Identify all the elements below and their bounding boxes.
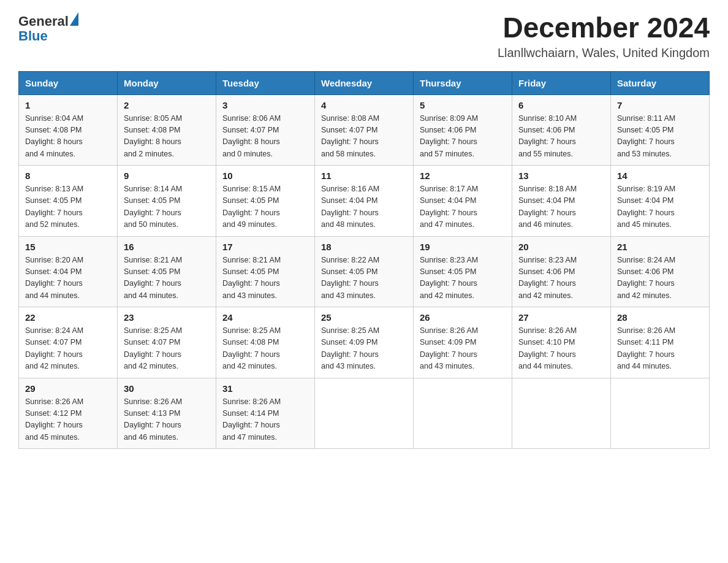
calendar-cell [611,378,710,449]
col-tuesday: Tuesday [216,71,315,94]
day-info: Sunrise: 8:20 AMSunset: 4:04 PMDaylight:… [25,255,111,302]
day-number: 26 [420,312,506,323]
calendar-cell [315,378,414,449]
calendar-cell: 19 Sunrise: 8:23 AMSunset: 4:05 PMDaylig… [414,236,512,307]
day-info: Sunrise: 8:25 AMSunset: 4:08 PMDaylight:… [222,325,308,373]
calendar-cell: 7 Sunrise: 8:11 AMSunset: 4:05 PMDayligh… [611,94,710,166]
day-number: 27 [518,312,604,323]
col-thursday: Thursday [414,71,512,94]
day-number: 30 [124,383,210,394]
day-info: Sunrise: 8:21 AMSunset: 4:05 PMDaylight:… [222,255,308,302]
day-number: 23 [124,312,210,323]
day-number: 3 [222,100,308,110]
calendar-cell: 2 Sunrise: 8:05 AMSunset: 4:08 PMDayligh… [118,94,216,166]
title-section: December 2024 Llanllwchaiarn, Wales, Uni… [498,12,710,60]
calendar-week-5: 29 Sunrise: 8:26 AMSunset: 4:12 PMDaylig… [19,378,710,449]
month-title: December 2024 [498,12,710,44]
day-number: 16 [124,242,210,252]
day-number: 11 [321,170,407,181]
calendar-header: Sunday Monday Tuesday Wednesday Thursday… [19,71,710,94]
calendar-cell: 11 Sunrise: 8:16 AMSunset: 4:04 PMDaylig… [315,166,414,237]
calendar-cell: 22 Sunrise: 8:24 AMSunset: 4:07 PMDaylig… [19,307,118,378]
calendar-cell [414,378,512,449]
day-info: Sunrise: 8:16 AMSunset: 4:04 PMDaylight:… [321,183,407,231]
location-text: Llanllwchaiarn, Wales, United Kingdom [498,46,710,60]
day-info: Sunrise: 8:25 AMSunset: 4:09 PMDaylight:… [321,325,407,373]
day-info: Sunrise: 8:25 AMSunset: 4:07 PMDaylight:… [124,325,210,373]
day-info: Sunrise: 8:04 AMSunset: 4:08 PMDaylight:… [25,113,111,161]
calendar-cell: 5 Sunrise: 8:09 AMSunset: 4:06 PMDayligh… [414,94,512,166]
day-number: 20 [518,242,604,252]
calendar-cell: 12 Sunrise: 8:17 AMSunset: 4:04 PMDaylig… [414,166,512,237]
calendar-cell: 1 Sunrise: 8:04 AMSunset: 4:08 PMDayligh… [19,94,118,166]
day-number: 1 [25,100,111,110]
day-info: Sunrise: 8:11 AMSunset: 4:05 PMDaylight:… [617,113,703,161]
day-number: 19 [420,242,506,252]
calendar-cell: 17 Sunrise: 8:21 AMSunset: 4:05 PMDaylig… [216,236,315,307]
day-info: Sunrise: 8:18 AMSunset: 4:04 PMDaylight:… [518,183,604,231]
day-number: 14 [617,170,703,181]
calendar-week-2: 8 Sunrise: 8:13 AMSunset: 4:05 PMDayligh… [19,166,710,237]
calendar-cell: 14 Sunrise: 8:19 AMSunset: 4:04 PMDaylig… [611,166,710,237]
day-number: 21 [617,242,703,252]
calendar-cell: 28 Sunrise: 8:26 AMSunset: 4:11 PMDaylig… [611,307,710,378]
calendar-table: Sunday Monday Tuesday Wednesday Thursday… [18,71,710,450]
calendar-cell: 20 Sunrise: 8:23 AMSunset: 4:06 PMDaylig… [512,236,611,307]
calendar-week-4: 22 Sunrise: 8:24 AMSunset: 4:07 PMDaylig… [19,307,710,378]
calendar-cell: 29 Sunrise: 8:26 AMSunset: 4:12 PMDaylig… [19,378,118,449]
day-number: 17 [222,242,308,252]
day-number: 15 [25,242,111,252]
calendar-cell: 13 Sunrise: 8:18 AMSunset: 4:04 PMDaylig… [512,166,611,237]
day-info: Sunrise: 8:09 AMSunset: 4:06 PMDaylight:… [420,113,506,161]
calendar-cell: 3 Sunrise: 8:06 AMSunset: 4:07 PMDayligh… [216,94,315,166]
day-info: Sunrise: 8:26 AMSunset: 4:13 PMDaylight:… [124,396,210,444]
day-info: Sunrise: 8:10 AMSunset: 4:06 PMDaylight:… [518,113,604,161]
day-info: Sunrise: 8:21 AMSunset: 4:05 PMDaylight:… [124,255,210,302]
col-sunday: Sunday [19,71,118,94]
col-saturday: Saturday [611,71,710,94]
day-number: 18 [321,242,407,252]
calendar-cell [512,378,611,449]
calendar-cell: 31 Sunrise: 8:26 AMSunset: 4:14 PMDaylig… [216,378,315,449]
day-number: 4 [321,100,407,110]
day-info: Sunrise: 8:06 AMSunset: 4:07 PMDaylight:… [222,113,308,161]
calendar-cell: 18 Sunrise: 8:22 AMSunset: 4:05 PMDaylig… [315,236,414,307]
day-number: 10 [222,170,308,181]
day-info: Sunrise: 8:26 AMSunset: 4:14 PMDaylight:… [222,396,308,444]
day-info: Sunrise: 8:24 AMSunset: 4:07 PMDaylight:… [25,325,111,373]
calendar-body: 1 Sunrise: 8:04 AMSunset: 4:08 PMDayligh… [19,94,710,449]
day-info: Sunrise: 8:08 AMSunset: 4:07 PMDaylight:… [321,113,407,161]
day-info: Sunrise: 8:15 AMSunset: 4:05 PMDaylight:… [222,183,308,231]
col-friday: Friday [512,71,611,94]
day-number: 2 [124,100,210,110]
logo: General Blue [18,12,78,44]
day-number: 29 [25,383,111,394]
calendar-cell: 21 Sunrise: 8:24 AMSunset: 4:06 PMDaylig… [611,236,710,307]
day-info: Sunrise: 8:05 AMSunset: 4:08 PMDaylight:… [124,113,210,161]
day-number: 9 [124,170,210,181]
calendar-cell: 16 Sunrise: 8:21 AMSunset: 4:05 PMDaylig… [118,236,216,307]
calendar-week-3: 15 Sunrise: 8:20 AMSunset: 4:04 PMDaylig… [19,236,710,307]
logo-triangle-icon [70,12,78,26]
calendar-cell: 26 Sunrise: 8:26 AMSunset: 4:09 PMDaylig… [414,307,512,378]
day-info: Sunrise: 8:22 AMSunset: 4:05 PMDaylight:… [321,255,407,302]
day-number: 25 [321,312,407,323]
day-number: 8 [25,170,111,181]
calendar-cell: 10 Sunrise: 8:15 AMSunset: 4:05 PMDaylig… [216,166,315,237]
day-info: Sunrise: 8:14 AMSunset: 4:05 PMDaylight:… [124,183,210,231]
calendar-week-1: 1 Sunrise: 8:04 AMSunset: 4:08 PMDayligh… [19,94,710,166]
day-number: 31 [222,383,308,394]
header-row: Sunday Monday Tuesday Wednesday Thursday… [19,71,710,94]
calendar-cell: 24 Sunrise: 8:25 AMSunset: 4:08 PMDaylig… [216,307,315,378]
day-number: 22 [25,312,111,323]
day-info: Sunrise: 8:26 AMSunset: 4:11 PMDaylight:… [617,325,703,373]
day-info: Sunrise: 8:19 AMSunset: 4:04 PMDaylight:… [617,183,703,231]
day-number: 28 [617,312,703,323]
day-number: 24 [222,312,308,323]
day-number: 5 [420,100,506,110]
logo-blue-text: Blue [18,28,48,44]
calendar-cell: 30 Sunrise: 8:26 AMSunset: 4:13 PMDaylig… [118,378,216,449]
day-info: Sunrise: 8:13 AMSunset: 4:05 PMDaylight:… [25,183,111,231]
day-number: 7 [617,100,703,110]
calendar-cell: 9 Sunrise: 8:14 AMSunset: 4:05 PMDayligh… [118,166,216,237]
